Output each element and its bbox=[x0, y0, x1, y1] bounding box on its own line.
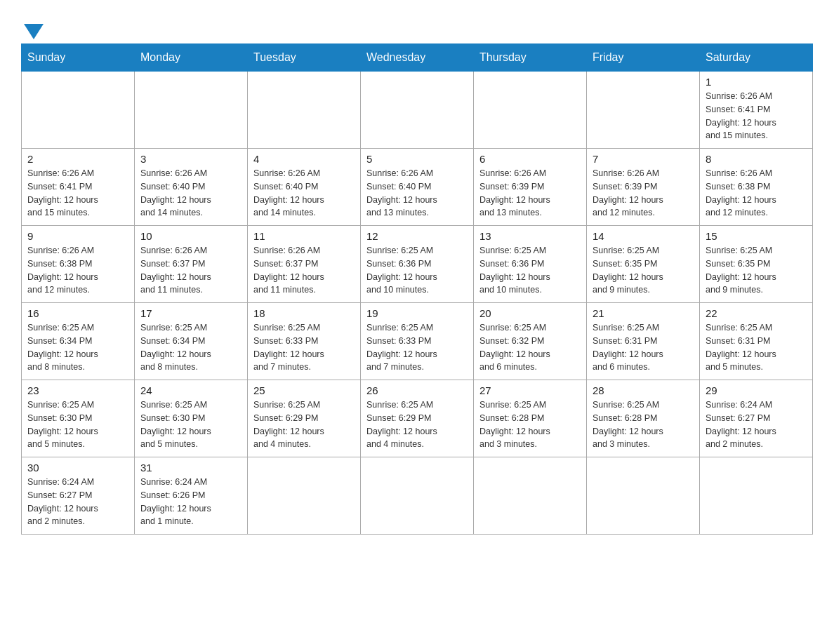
day-number: 2 bbox=[27, 153, 128, 165]
calendar-cell: 28Sunrise: 6:25 AMSunset: 6:28 PMDayligh… bbox=[587, 380, 700, 457]
calendar-cell bbox=[248, 72, 361, 149]
calendar-cell bbox=[587, 457, 700, 535]
calendar-week-5: 23Sunrise: 6:25 AMSunset: 6:30 PMDayligh… bbox=[22, 380, 813, 457]
day-number: 15 bbox=[706, 230, 807, 242]
weekday-header-saturday: Saturday bbox=[700, 44, 813, 72]
calendar-cell: 9Sunrise: 6:26 AMSunset: 6:38 PMDaylight… bbox=[22, 226, 135, 303]
day-number: 14 bbox=[593, 230, 694, 242]
calendar-cell: 2Sunrise: 6:26 AMSunset: 6:41 PMDaylight… bbox=[22, 149, 135, 226]
day-info: Sunrise: 6:26 AMSunset: 6:38 PMDaylight:… bbox=[706, 167, 807, 220]
day-info: Sunrise: 6:25 AMSunset: 6:34 PMDaylight:… bbox=[140, 321, 241, 374]
calendar-cell bbox=[135, 72, 248, 149]
day-number: 13 bbox=[479, 230, 581, 242]
day-info: Sunrise: 6:25 AMSunset: 6:35 PMDaylight:… bbox=[706, 244, 807, 297]
weekday-header-thursday: Thursday bbox=[474, 44, 587, 72]
day-info: Sunrise: 6:25 AMSunset: 6:28 PMDaylight:… bbox=[479, 398, 581, 451]
day-number: 24 bbox=[140, 384, 241, 396]
day-info: Sunrise: 6:26 AMSunset: 6:37 PMDaylight:… bbox=[253, 244, 355, 297]
calendar-cell: 10Sunrise: 6:26 AMSunset: 6:37 PMDayligh… bbox=[135, 226, 248, 303]
calendar-cell bbox=[474, 457, 587, 535]
day-info: Sunrise: 6:24 AMSunset: 6:26 PMDaylight:… bbox=[140, 476, 241, 528]
calendar-cell: 24Sunrise: 6:25 AMSunset: 6:30 PMDayligh… bbox=[135, 380, 248, 457]
day-info: Sunrise: 6:26 AMSunset: 6:41 PMDaylight:… bbox=[27, 167, 128, 220]
day-info: Sunrise: 6:26 AMSunset: 6:40 PMDaylight:… bbox=[140, 167, 241, 220]
calendar-week-4: 16Sunrise: 6:25 AMSunset: 6:34 PMDayligh… bbox=[22, 303, 813, 380]
day-number: 27 bbox=[479, 384, 581, 396]
day-number: 12 bbox=[366, 230, 468, 242]
day-number: 18 bbox=[253, 307, 355, 319]
calendar-cell: 4Sunrise: 6:26 AMSunset: 6:40 PMDaylight… bbox=[248, 149, 361, 226]
calendar-cell: 17Sunrise: 6:25 AMSunset: 6:34 PMDayligh… bbox=[135, 303, 248, 380]
day-info: Sunrise: 6:26 AMSunset: 6:39 PMDaylight:… bbox=[593, 167, 694, 220]
day-info: Sunrise: 6:25 AMSunset: 6:29 PMDaylight:… bbox=[253, 398, 355, 451]
logo-triangle-icon bbox=[24, 24, 44, 39]
calendar-cell bbox=[22, 72, 135, 149]
day-number: 16 bbox=[27, 307, 128, 319]
calendar-cell bbox=[248, 457, 361, 535]
calendar-cell: 23Sunrise: 6:25 AMSunset: 6:30 PMDayligh… bbox=[22, 380, 135, 457]
weekday-header-row: SundayMondayTuesdayWednesdayThursdayFrid… bbox=[22, 44, 813, 72]
calendar-cell: 29Sunrise: 6:24 AMSunset: 6:27 PMDayligh… bbox=[700, 380, 813, 457]
day-info: Sunrise: 6:26 AMSunset: 6:37 PMDaylight:… bbox=[140, 244, 241, 297]
day-number: 26 bbox=[366, 384, 468, 396]
calendar-cell: 13Sunrise: 6:25 AMSunset: 6:36 PMDayligh… bbox=[474, 226, 587, 303]
calendar-week-1: 1Sunrise: 6:26 AMSunset: 6:41 PMDaylight… bbox=[22, 72, 813, 149]
day-number: 7 bbox=[593, 153, 694, 165]
day-info: Sunrise: 6:25 AMSunset: 6:33 PMDaylight:… bbox=[253, 321, 355, 374]
calendar-cell bbox=[361, 457, 474, 535]
weekday-header-sunday: Sunday bbox=[22, 44, 135, 72]
logo-general-text bbox=[21, 21, 44, 39]
calendar-cell: 18Sunrise: 6:25 AMSunset: 6:33 PMDayligh… bbox=[248, 303, 361, 380]
calendar-cell: 25Sunrise: 6:25 AMSunset: 6:29 PMDayligh… bbox=[248, 380, 361, 457]
day-number: 3 bbox=[140, 153, 241, 165]
page-header bbox=[21, 14, 813, 36]
weekday-header-wednesday: Wednesday bbox=[361, 44, 474, 72]
day-number: 10 bbox=[140, 230, 241, 242]
day-info: Sunrise: 6:25 AMSunset: 6:36 PMDaylight:… bbox=[479, 244, 581, 297]
weekday-header-friday: Friday bbox=[587, 44, 700, 72]
day-info: Sunrise: 6:25 AMSunset: 6:28 PMDaylight:… bbox=[593, 398, 694, 451]
calendar-cell: 12Sunrise: 6:25 AMSunset: 6:36 PMDayligh… bbox=[361, 226, 474, 303]
day-info: Sunrise: 6:25 AMSunset: 6:31 PMDaylight:… bbox=[706, 321, 807, 374]
day-info: Sunrise: 6:25 AMSunset: 6:31 PMDaylight:… bbox=[593, 321, 694, 374]
day-number: 28 bbox=[593, 384, 694, 396]
day-number: 31 bbox=[140, 462, 241, 474]
calendar-cell bbox=[474, 72, 587, 149]
day-number: 8 bbox=[706, 153, 807, 165]
calendar-week-6: 30Sunrise: 6:24 AMSunset: 6:27 PMDayligh… bbox=[22, 457, 813, 535]
calendar-cell: 14Sunrise: 6:25 AMSunset: 6:35 PMDayligh… bbox=[587, 226, 700, 303]
calendar-cell: 6Sunrise: 6:26 AMSunset: 6:39 PMDaylight… bbox=[474, 149, 587, 226]
day-info: Sunrise: 6:24 AMSunset: 6:27 PMDaylight:… bbox=[706, 398, 807, 451]
day-number: 4 bbox=[253, 153, 355, 165]
day-number: 19 bbox=[366, 307, 468, 319]
calendar-cell: 11Sunrise: 6:26 AMSunset: 6:37 PMDayligh… bbox=[248, 226, 361, 303]
day-info: Sunrise: 6:25 AMSunset: 6:34 PMDaylight:… bbox=[27, 321, 128, 374]
calendar-cell: 20Sunrise: 6:25 AMSunset: 6:32 PMDayligh… bbox=[474, 303, 587, 380]
calendar-cell: 1Sunrise: 6:26 AMSunset: 6:41 PMDaylight… bbox=[700, 72, 813, 149]
day-info: Sunrise: 6:25 AMSunset: 6:30 PMDaylight:… bbox=[27, 398, 128, 451]
calendar-cell: 7Sunrise: 6:26 AMSunset: 6:39 PMDaylight… bbox=[587, 149, 700, 226]
calendar-cell: 15Sunrise: 6:25 AMSunset: 6:35 PMDayligh… bbox=[700, 226, 813, 303]
day-info: Sunrise: 6:25 AMSunset: 6:32 PMDaylight:… bbox=[479, 321, 581, 374]
calendar-cell: 8Sunrise: 6:26 AMSunset: 6:38 PMDaylight… bbox=[700, 149, 813, 226]
calendar-cell: 26Sunrise: 6:25 AMSunset: 6:29 PMDayligh… bbox=[361, 380, 474, 457]
day-number: 1 bbox=[706, 76, 807, 88]
calendar-cell: 5Sunrise: 6:26 AMSunset: 6:40 PMDaylight… bbox=[361, 149, 474, 226]
calendar-week-2: 2Sunrise: 6:26 AMSunset: 6:41 PMDaylight… bbox=[22, 149, 813, 226]
day-info: Sunrise: 6:26 AMSunset: 6:41 PMDaylight:… bbox=[706, 90, 807, 142]
calendar-cell: 22Sunrise: 6:25 AMSunset: 6:31 PMDayligh… bbox=[700, 303, 813, 380]
day-number: 29 bbox=[706, 384, 807, 396]
weekday-header-monday: Monday bbox=[135, 44, 248, 72]
calendar-table: SundayMondayTuesdayWednesdayThursdayFrid… bbox=[21, 43, 813, 535]
calendar-cell: 19Sunrise: 6:25 AMSunset: 6:33 PMDayligh… bbox=[361, 303, 474, 380]
day-number: 11 bbox=[253, 230, 355, 242]
day-info: Sunrise: 6:25 AMSunset: 6:35 PMDaylight:… bbox=[593, 244, 694, 297]
day-info: Sunrise: 6:25 AMSunset: 6:29 PMDaylight:… bbox=[366, 398, 468, 451]
day-number: 9 bbox=[27, 230, 128, 242]
day-info: Sunrise: 6:26 AMSunset: 6:40 PMDaylight:… bbox=[253, 167, 355, 220]
day-number: 17 bbox=[140, 307, 241, 319]
day-number: 20 bbox=[479, 307, 581, 319]
day-info: Sunrise: 6:25 AMSunset: 6:33 PMDaylight:… bbox=[366, 321, 468, 374]
day-info: Sunrise: 6:26 AMSunset: 6:40 PMDaylight:… bbox=[366, 167, 468, 220]
calendar-cell bbox=[700, 457, 813, 535]
